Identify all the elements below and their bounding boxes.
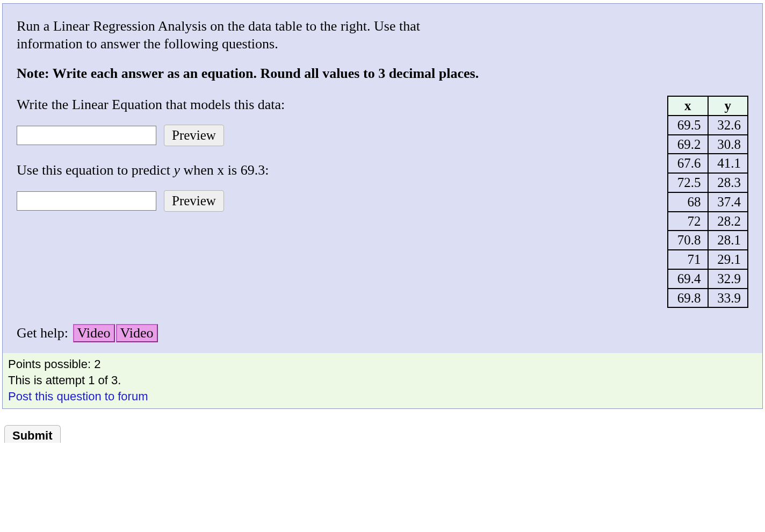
question-1: Write the Linear Equation that models th…	[17, 97, 646, 146]
submit-area: Submit	[0, 409, 765, 443]
cell-y: 28.3	[708, 173, 748, 192]
table-row: 67.641.1	[668, 154, 748, 173]
cell-x: 69.5	[668, 116, 708, 135]
questions-column: Write the Linear Equation that models th…	[17, 97, 646, 228]
preview-2-button[interactable]: Preview	[164, 190, 224, 212]
preview-1-button[interactable]: Preview	[164, 125, 224, 146]
get-help-label: Get help:	[17, 325, 68, 341]
table-row: 69.833.9	[668, 289, 748, 308]
points-possible: Points possible: 2	[8, 356, 757, 372]
table-row: 7129.1	[668, 250, 748, 269]
table-body: 69.532.669.230.867.641.172.528.36837.472…	[668, 116, 748, 308]
question-2-input-row: Preview	[17, 190, 646, 212]
cell-y: 32.6	[708, 116, 748, 135]
cell-y: 28.2	[708, 212, 748, 231]
get-help-row: Get help: VideoVideo	[17, 324, 748, 342]
cell-y: 30.8	[708, 135, 748, 154]
table-row: 69.230.8	[668, 135, 748, 154]
cell-y: 41.1	[708, 154, 748, 173]
question-2-y-var: y	[174, 162, 180, 178]
cell-x: 69.8	[668, 289, 708, 308]
cell-y: 33.9	[708, 289, 748, 308]
cell-x: 71	[668, 250, 708, 269]
header-x: x	[668, 96, 708, 116]
submit-button[interactable]: Submit	[4, 425, 61, 443]
question-footer: Points possible: 2 This is attempt 1 of …	[3, 353, 762, 408]
answer-2-input[interactable]	[17, 191, 156, 211]
question-2-prompt-post: when x is 69.3:	[180, 162, 269, 178]
data-table-wrapper: x y 69.532.669.230.867.641.172.528.36837…	[667, 97, 748, 308]
cell-x: 68	[668, 192, 708, 212]
post-to-forum-link[interactable]: Post this question to forum	[8, 389, 757, 405]
question-2-prompt-pre: Use this equation to predict	[17, 162, 174, 178]
question-body: Run a Linear Regression Analysis on the …	[3, 4, 762, 353]
video-button-2[interactable]: Video	[116, 324, 158, 342]
attempt-info: This is attempt 1 of 3.	[8, 372, 757, 389]
video-button-1[interactable]: Video	[73, 324, 115, 342]
table-row: 69.532.6	[668, 116, 748, 135]
question-2: Use this equation to predict y when x is…	[17, 162, 646, 212]
cell-y: 37.4	[708, 192, 748, 212]
header-y: y	[708, 96, 748, 116]
cell-x: 70.8	[668, 231, 708, 250]
data-table: x y 69.532.669.230.867.641.172.528.36837…	[667, 96, 748, 308]
content-columns: Write the Linear Equation that models th…	[17, 97, 748, 308]
cell-x: 69.4	[668, 269, 708, 289]
cell-x: 72	[668, 212, 708, 231]
cell-y: 32.9	[708, 269, 748, 289]
cell-y: 29.1	[708, 250, 748, 269]
cell-x: 72.5	[668, 173, 708, 192]
question-1-input-row: Preview	[17, 125, 646, 146]
cell-y: 28.1	[708, 231, 748, 250]
answer-1-input[interactable]	[17, 126, 156, 145]
table-row: 70.828.1	[668, 231, 748, 250]
table-row: 6837.4	[668, 192, 748, 212]
table-header-row: x y	[668, 96, 748, 116]
cell-x: 67.6	[668, 154, 708, 173]
question-2-prompt: Use this equation to predict y when x is…	[17, 162, 646, 178]
intro-text: Run a Linear Regression Analysis on the …	[17, 18, 484, 53]
note-text: Note: Write each answer as an equation. …	[17, 66, 748, 82]
question-1-prompt: Write the Linear Equation that models th…	[17, 97, 646, 113]
table-row: 72.528.3	[668, 173, 748, 192]
table-row: 69.432.9	[668, 269, 748, 289]
table-row: 7228.2	[668, 212, 748, 231]
question-container: Run a Linear Regression Analysis on the …	[2, 3, 763, 409]
cell-x: 69.2	[668, 135, 708, 154]
